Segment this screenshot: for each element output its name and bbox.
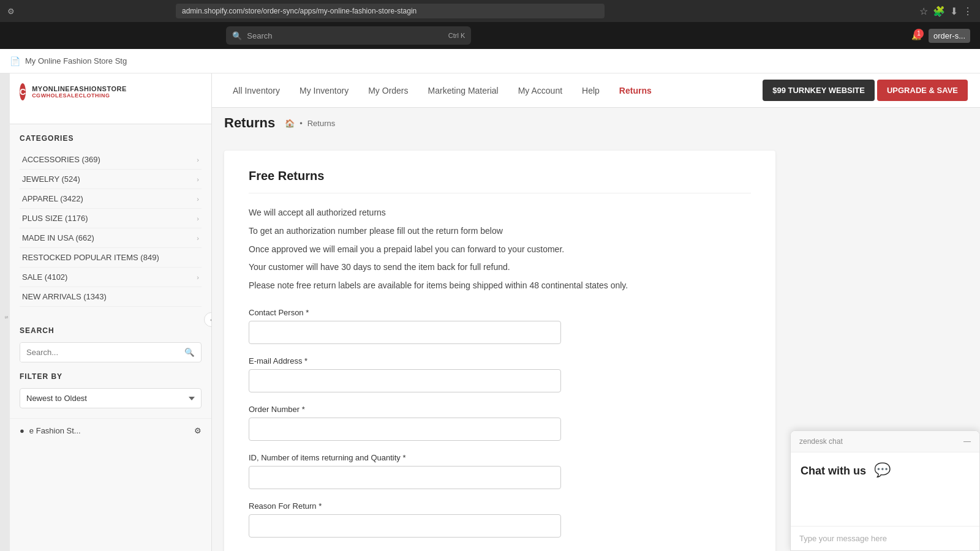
returns-line-3: Once approved we will email you a prepai… (249, 242, 751, 257)
search-title: SEARCH (20, 326, 202, 335)
chevron-right-icon: › (197, 274, 199, 281)
store-dot-icon: ● (20, 426, 24, 435)
chat-widget: zendesk chat — Chat with us 💬 Type your … (790, 430, 980, 551)
contact-label: Contact Person * (249, 308, 751, 317)
chevron-right-icon: › (197, 234, 199, 242)
categories-section: CATEGORIES ACCESSORIES (369) › JEWELRY (… (10, 124, 211, 317)
star-icon[interactable]: ☆ (919, 6, 928, 17)
returns-card: Free Returns We will accept all authoriz… (224, 151, 775, 551)
store-bottom-item[interactable]: ● e Fashion St... ⚙ (10, 418, 211, 443)
chevron-right-icon: › (197, 176, 199, 183)
extensions-icon[interactable]: 🧩 (933, 6, 945, 17)
reason-label: Reason For Return * (249, 501, 751, 511)
category-item-jewelry[interactable]: JEWELRY (524) › (20, 170, 202, 189)
returns-title: Free Returns (249, 169, 751, 193)
filter-title: FILTER BY (20, 372, 202, 381)
order-number-group: Order Number * (249, 405, 751, 441)
category-item-made-in-usa[interactable]: MADE IN USA (662) › (20, 228, 202, 248)
reason-group: Reason For Return * (249, 501, 751, 538)
email-input[interactable] (249, 369, 561, 392)
store-name: My Online Fashion Store Stg (25, 56, 127, 66)
categories-title: CATEGORIES (20, 134, 202, 143)
store-logo: C MYONLINEFASHIONSTORE CGWHOLESALECLOTHI… (20, 83, 105, 114)
notification-bell[interactable]: 🔔 1 (911, 31, 921, 40)
breadcrumb-separator: • (300, 119, 303, 128)
nav-help[interactable]: Help (573, 81, 608, 100)
left-edge-panel: s s › re Sale › (0, 73, 10, 551)
returns-line-5: Please note free return labels are avail… (249, 279, 751, 293)
logo-area: C MYONLINEFASHIONSTORE CGWHOLESALECLOTHI… (10, 73, 211, 124)
nav-my-orders[interactable]: My Orders (360, 81, 417, 100)
category-item-restocked[interactable]: RESTOCKED POPULAR ITEMS (849) (20, 248, 202, 268)
chat-input-area[interactable]: Type your message here (791, 526, 979, 550)
home-icon[interactable]: 🏠 (285, 119, 295, 128)
search-icon: 🔍 (232, 31, 242, 40)
contact-input[interactable] (249, 321, 561, 344)
returns-line-4: Your customer will have 30 days to send … (249, 260, 751, 275)
category-item-plus-size[interactable]: PLUS SIZE (1176) › (20, 209, 202, 228)
turnkey-button[interactable]: $99 TURNKEY WEBSITE (763, 80, 875, 101)
order-label: Order Number * (249, 405, 751, 414)
filter-section: FILTER BY Newest to Oldest (10, 372, 211, 418)
edge-text: s (4, 316, 10, 319)
search-wrap: 🔍 (20, 342, 202, 362)
category-item-accessories[interactable]: ACCESSORIES (369) › (20, 150, 202, 170)
returns-body: We will accept all authorized returns To… (249, 206, 751, 293)
returns-line-1: We will accept all authorized returns (249, 206, 751, 220)
category-item-apparel[interactable]: APPAREL (3422) › (20, 189, 202, 209)
browser-icon: ⚙ (7, 7, 15, 16)
order-input[interactable] (249, 418, 561, 441)
search-input[interactable] (20, 343, 178, 362)
chat-bubble-icon: 💬 (874, 462, 891, 478)
chat-body: Chat with us 💬 (791, 452, 979, 526)
shopify-admin-bar: 🔍 Search Ctrl K 🔔 1 order-s... (0, 22, 980, 49)
filter-select[interactable]: Newest to Oldest (20, 388, 202, 408)
store-avatar[interactable]: order-s... (929, 29, 970, 43)
returns-line-2: To get an authorization number please fi… (249, 224, 751, 239)
search-button[interactable]: 🔍 (178, 343, 201, 362)
breadcrumb-current: Returns (307, 119, 336, 128)
logo-line1: MYONLINEFASHIONSTORE (32, 85, 127, 92)
nav-my-inventory[interactable]: My Inventory (291, 81, 357, 100)
category-item-new-arrivals[interactable]: NEW ARRIVALS (1343) (20, 287, 202, 307)
nav-all-inventory[interactable]: All Inventory (224, 81, 288, 100)
chat-placeholder: Type your message here (799, 534, 887, 543)
chat-minimize-icon[interactable]: — (963, 437, 971, 446)
id-input[interactable] (249, 466, 561, 489)
page-title: Returns (224, 115, 275, 131)
chevron-right-icon: › (197, 195, 199, 203)
contact-person-group: Contact Person * (249, 308, 751, 344)
menu-icon[interactable]: ⋮ (963, 6, 973, 17)
chevron-right-icon: › (197, 215, 199, 222)
sidebar: C MYONLINEFASHIONSTORE CGWHOLESALECLOTHI… (10, 73, 212, 551)
store-bar: 📄 My Online Fashion Store Stg (0, 49, 980, 73)
nav-returns[interactable]: Returns (611, 81, 660, 100)
shopify-right-actions: 🔔 1 order-s... (911, 29, 970, 43)
search-label: Search (247, 31, 272, 40)
email-label: E-mail Address * (249, 356, 751, 365)
category-item-sale[interactable]: SALE (4102) › (20, 268, 202, 287)
browser-bar: ⚙ admin.shopify.com/store/order-sync/app… (0, 0, 980, 22)
search-shortcut: Ctrl K (448, 32, 466, 39)
nav-my-account[interactable]: My Account (510, 81, 571, 100)
download-icon[interactable]: ⬇ (950, 6, 958, 17)
admin-search[interactable]: 🔍 Search Ctrl K (226, 26, 471, 45)
chat-header: zendesk chat — (791, 431, 979, 452)
nav-marketing[interactable]: Marketing Material (420, 81, 507, 100)
id-label: ID, Number of items returning and Quanti… (249, 453, 751, 462)
reason-input[interactable] (249, 514, 561, 538)
chevron-right-icon: › (197, 156, 199, 163)
notification-count: 1 (914, 29, 924, 39)
id-quantity-group: ID, Number of items returning and Quanti… (249, 453, 751, 489)
search-section: SEARCH 🔍 (10, 317, 211, 372)
store-bottom-label: e Fashion St... (29, 426, 81, 435)
nav-bar: All Inventory My Inventory My Orders Mar… (212, 73, 980, 108)
store-settings-icon[interactable]: ⚙ (194, 426, 202, 435)
breadcrumb-bar: Returns 🏠 • Returns (212, 108, 980, 138)
browser-actions: ☆ 🧩 ⬇ ⋮ (919, 6, 973, 17)
logo-circle: C (20, 83, 26, 100)
upgrade-button[interactable]: UPGRADE & SAVE (877, 80, 968, 101)
browser-url[interactable]: admin.shopify.com/store/order-sync/apps/… (176, 4, 605, 18)
logo-line2: CGWHOLESALECLOTHING (32, 92, 127, 99)
email-group: E-mail Address * (249, 356, 751, 392)
